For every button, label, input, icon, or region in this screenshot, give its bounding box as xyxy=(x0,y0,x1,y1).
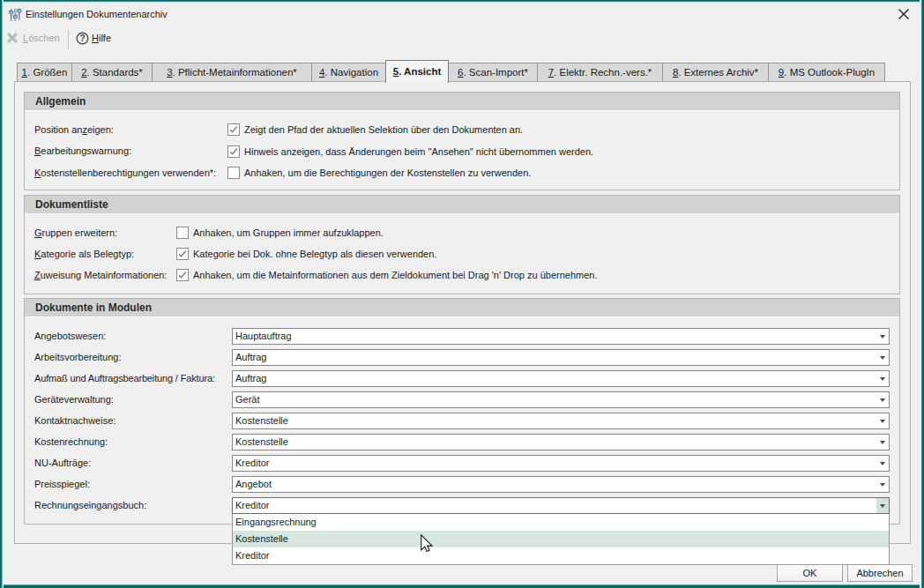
svg-text:?: ? xyxy=(79,33,85,43)
